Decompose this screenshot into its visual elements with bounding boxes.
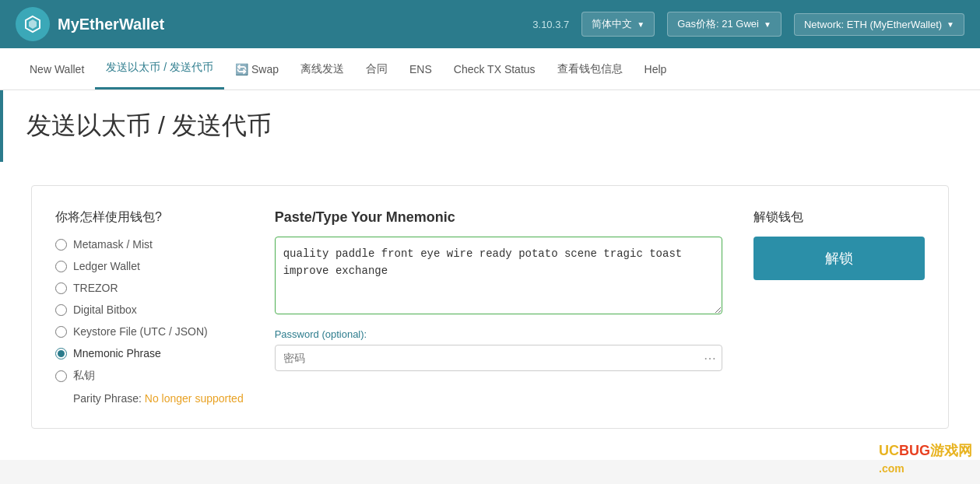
content-card: 你将怎样使用钱包? Metamask / Mist Ledger Wallet … xyxy=(31,185,949,429)
logo-area: MyEtherWallet xyxy=(16,7,520,41)
nav-contract[interactable]: 合同 xyxy=(355,50,399,89)
radio-trezor[interactable] xyxy=(55,282,67,294)
page-title: 发送以太币 / 发送代币 xyxy=(26,109,957,143)
app-title: MyEtherWallet xyxy=(58,16,164,33)
page-title-bar: 发送以太币 / 发送代币 xyxy=(0,90,980,162)
watermark-uc: UC xyxy=(879,443,899,458)
radio-mnemonic[interactable] xyxy=(55,348,67,359)
dropdown-arrow-icon: ▼ xyxy=(947,20,954,29)
nav-send-ether[interactable]: 发送以太币 / 发送代币 xyxy=(95,48,224,89)
radio-metamask[interactable] xyxy=(55,239,67,251)
language-selector[interactable]: 简体中文 ▼ xyxy=(581,12,655,37)
option-private-key[interactable]: 私钥 xyxy=(55,369,244,383)
dropdown-arrow-icon: ▼ xyxy=(764,20,771,29)
nav-ens[interactable]: ENS xyxy=(399,51,443,88)
radio-ledger[interactable] xyxy=(55,261,67,272)
watermark: UCBUG游戏网 .com xyxy=(879,441,972,476)
nav-help[interactable]: Help xyxy=(634,51,678,88)
main-nav: New Wallet 发送以太币 / 发送代币 🔄 Swap 离线发送 合同 E… xyxy=(0,48,980,90)
password-input[interactable] xyxy=(275,345,722,371)
radio-private-key[interactable] xyxy=(55,370,67,382)
radio-digital-bitbox[interactable] xyxy=(55,304,67,316)
watermark-rest: 游戏网 xyxy=(930,443,972,458)
option-keystore[interactable]: Keystore File (UTC / JSON) xyxy=(55,325,244,338)
mnemonic-textarea[interactable] xyxy=(275,237,722,314)
nav-offline-send[interactable]: 离线发送 xyxy=(290,50,355,89)
radio-keystore[interactable] xyxy=(55,326,67,338)
parity-link[interactable]: No longer supported xyxy=(145,392,244,405)
unlock-button[interactable]: 解锁 xyxy=(753,237,925,280)
mnemonic-panel: Paste/Type Your Mnemonic Password (optio… xyxy=(275,209,722,405)
wallet-options-title: 你将怎样使用钱包? xyxy=(55,209,244,226)
option-trezor[interactable]: TREZOR xyxy=(55,282,244,294)
option-ledger[interactable]: Ledger Wallet xyxy=(55,260,244,272)
option-digital-bitbox[interactable]: Digital Bitbox xyxy=(55,303,244,316)
unlock-title: 解锁钱包 xyxy=(753,209,925,226)
app-header: MyEtherWallet 3.10.3.7 简体中文 ▼ Gas价格: 21 … xyxy=(0,0,980,48)
nav-swap[interactable]: 🔄 Swap xyxy=(224,51,290,88)
password-input-wrap: ⋯ xyxy=(275,345,722,371)
version-badge: 3.10.3.7 xyxy=(532,19,569,30)
unlock-panel: 解锁钱包 解锁 xyxy=(753,209,925,405)
main-content: 你将怎样使用钱包? Metamask / Mist Ledger Wallet … xyxy=(0,162,980,460)
dropdown-arrow-icon: ▼ xyxy=(637,20,645,29)
watermark-bug: BUG xyxy=(899,443,930,458)
network-selector[interactable]: Network: ETH (MyEtherWallet) ▼ xyxy=(794,13,964,36)
swap-icon: 🔄 xyxy=(235,63,248,75)
parity-note: Parity Phrase: No longer supported xyxy=(73,392,244,405)
password-toggle-icon[interactable]: ⋯ xyxy=(704,351,716,366)
nav-view-wallet[interactable]: 查看钱包信息 xyxy=(546,50,634,89)
password-label: Password (optional): xyxy=(275,328,722,340)
nav-new-wallet[interactable]: New Wallet xyxy=(19,51,95,88)
option-mnemonic[interactable]: Mnemonic Phrase xyxy=(55,347,244,359)
logo-icon xyxy=(16,7,50,41)
nav-check-tx[interactable]: Check TX Status xyxy=(443,51,546,88)
gas-price-selector[interactable]: Gas价格: 21 Gwei ▼ xyxy=(667,12,782,37)
option-metamask[interactable]: Metamask / Mist xyxy=(55,238,244,251)
wallet-options-panel: 你将怎样使用钱包? Metamask / Mist Ledger Wallet … xyxy=(55,209,244,405)
watermark-com: .com xyxy=(879,462,904,475)
mnemonic-title: Paste/Type Your Mnemonic xyxy=(275,209,722,226)
